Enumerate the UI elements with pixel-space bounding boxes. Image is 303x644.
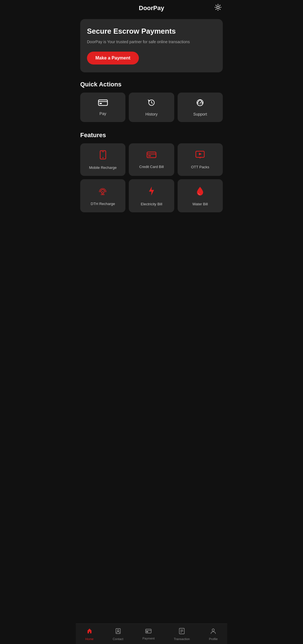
support-icon xyxy=(196,98,205,109)
feature-mobile-recharge[interactable]: Mobile Recharge xyxy=(80,143,125,176)
home-nav-icon xyxy=(86,628,93,636)
sun-icon[interactable] xyxy=(214,4,222,13)
header: DoorPay xyxy=(76,0,227,16)
nav-label-profile: Profile xyxy=(209,637,218,641)
features-grid: Mobile Recharge Credit Card Bill OTT Pac… xyxy=(76,143,227,240)
history-icon xyxy=(147,98,156,109)
nav-label-payment: Payment xyxy=(143,637,155,640)
svg-point-29 xyxy=(117,630,119,631)
svg-line-7 xyxy=(216,9,216,10)
svg-rect-17 xyxy=(147,152,156,158)
pay-icon xyxy=(98,99,108,109)
nav-item-home[interactable]: Home xyxy=(82,627,96,642)
nav-item-payment[interactable]: Payment xyxy=(140,627,157,641)
svg-line-6 xyxy=(220,9,220,10)
promo-banner: Secure Escrow Payments DoorPay is Your t… xyxy=(80,19,223,72)
feature-ott-packs-label: OTT Packs xyxy=(191,165,209,170)
quick-action-support[interactable]: Support xyxy=(178,93,223,122)
feature-credit-card-bill[interactable]: Credit Card Bill xyxy=(129,143,174,176)
nav-item-contact[interactable]: Contact xyxy=(110,627,126,642)
svg-rect-24 xyxy=(102,192,104,194)
svg-line-8 xyxy=(220,5,220,6)
transaction-nav-icon xyxy=(179,628,185,636)
water-icon xyxy=(196,186,204,198)
mobile-recharge-icon xyxy=(99,150,107,162)
quick-actions-grid: Pay History Support xyxy=(76,93,227,129)
nav-label-transaction: Transaction xyxy=(174,637,190,641)
profile-nav-icon xyxy=(210,628,216,636)
feature-dth-recharge-label: DTH Recharge xyxy=(91,202,115,206)
feature-electricity-bill-label: Electricity Bill xyxy=(141,202,162,207)
nav-label-contact: Contact xyxy=(113,637,123,641)
feature-mobile-recharge-label: Mobile Recharge xyxy=(89,165,117,170)
svg-rect-19 xyxy=(148,155,151,157)
quick-action-pay-label: Pay xyxy=(100,111,106,116)
feature-credit-card-bill-label: Credit Card Bill xyxy=(139,165,164,169)
dth-icon xyxy=(98,186,108,198)
payment-nav-icon xyxy=(145,628,152,636)
feature-water-bill[interactable]: Water Bill xyxy=(178,179,223,212)
svg-point-13 xyxy=(200,104,200,104)
ott-icon xyxy=(195,151,205,161)
electricity-icon xyxy=(148,186,155,198)
quick-action-support-label: Support xyxy=(193,112,207,116)
svg-line-5 xyxy=(216,5,216,6)
nav-item-profile[interactable]: Profile xyxy=(206,627,221,642)
nav-label-home: Home xyxy=(85,637,93,641)
svg-marker-23 xyxy=(199,153,202,155)
svg-rect-32 xyxy=(146,631,148,632)
feature-ott-packs[interactable]: OTT Packs xyxy=(178,143,223,176)
features-title: Features xyxy=(76,129,227,143)
feature-water-bill-label: Water Bill xyxy=(192,202,208,207)
feature-electricity-bill[interactable]: Electricity Bill xyxy=(129,179,174,212)
svg-rect-11 xyxy=(100,103,102,104)
quick-action-pay[interactable]: Pay xyxy=(80,93,125,122)
feature-dth-recharge[interactable]: DTH Recharge xyxy=(80,179,125,212)
banner-subtitle: DoorPay is Your trusted partner for safe… xyxy=(87,39,216,45)
nav-item-transaction[interactable]: Transaction xyxy=(171,627,192,642)
quick-action-history[interactable]: History xyxy=(129,93,174,122)
credit-card-icon xyxy=(146,151,157,161)
svg-marker-27 xyxy=(149,187,154,196)
svg-point-37 xyxy=(212,629,214,631)
svg-point-0 xyxy=(217,6,219,9)
banner-title: Secure Escrow Payments xyxy=(87,27,216,36)
make-payment-button[interactable]: Make a Payment xyxy=(87,52,139,65)
app-title: DoorPay xyxy=(139,4,164,12)
svg-rect-30 xyxy=(146,629,151,633)
svg-point-15 xyxy=(102,157,104,158)
svg-rect-9 xyxy=(98,100,107,105)
quick-actions-title: Quick Actions xyxy=(76,78,227,93)
quick-action-history-label: History xyxy=(145,112,158,116)
bottom-nav: Home Contact Payment xyxy=(76,624,227,644)
contact-nav-icon xyxy=(115,628,121,636)
